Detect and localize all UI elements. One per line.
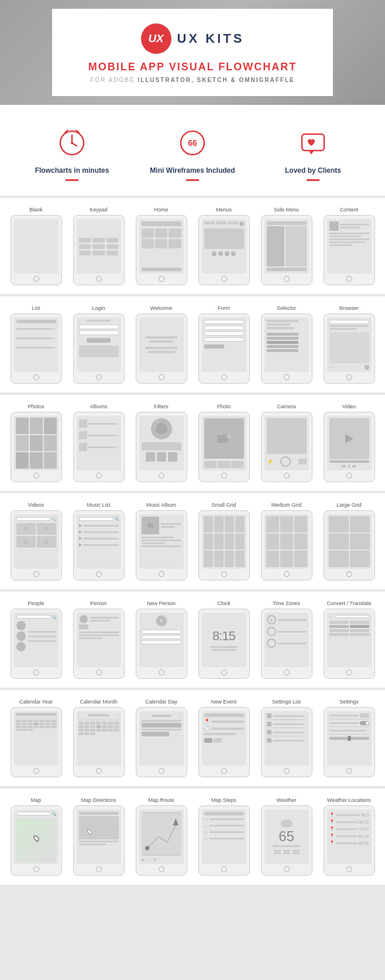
phone-card-timezones: Time Zones (257, 600, 315, 679)
phone-frame (73, 215, 125, 285)
all-screen-sections: Blank Keypad (0, 198, 385, 885)
phone-frame (261, 215, 312, 285)
features-section: Flowcharts in minutes 66 Mini Wireframes… (0, 105, 385, 196)
phone-card-largegrid: Large Grid (320, 502, 378, 581)
phone-card-settings: Settings › (320, 699, 378, 777)
phone-card-settingslist: Settings List › › (257, 699, 315, 777)
header-section: UX UX KITS MOBILE APP VISUAL FLOWCHART F… (0, 0, 385, 105)
phone-card-calendarday: Calendar Day ‹ › (132, 699, 190, 777)
phone-card-albums: Albums › › (70, 404, 128, 482)
screen-row-2: List › › › (0, 296, 385, 392)
phone-card-content: Content (320, 207, 378, 285)
feature-loved-label: Loved by Clients (256, 166, 370, 175)
phone-card-clock: Clock 8:15 (195, 600, 253, 679)
feature-flowcharts: Flowcharts in minutes (12, 125, 132, 181)
phone-label-blank: Blank (29, 207, 43, 213)
phone-card-newperson: New Person + (132, 600, 190, 679)
feature-flowcharts-label: Flowcharts in minutes (15, 166, 129, 175)
phone-card-video: Video ⏮ ⏸ ⏭ (320, 404, 378, 482)
screen-row-6: Calendar Year (0, 690, 385, 786)
phone-card-photos: Photos (7, 404, 65, 482)
sub-title-prefix: FOR ADOBE (90, 77, 138, 83)
brand-name: UX KITS (177, 31, 245, 46)
phone-frame (136, 215, 187, 285)
sub-title-apps: ILLUSTRATOR, SKETCH & OMNIGRAFFLE (138, 77, 294, 83)
phone-card-calendaryear: Calendar Year (7, 699, 65, 777)
screen-row-4: Videos 🔍 (0, 493, 385, 589)
logo-area: UX UX KITS (81, 23, 304, 54)
screen-row-3: Photos (0, 395, 385, 491)
feature-flowcharts-dash (66, 179, 78, 181)
phone-card-videos: Videos 🔍 (7, 502, 65, 581)
phone-card-photo: Photo (195, 404, 253, 482)
feature-loved-dash (307, 179, 319, 181)
phone-card-camera: Camera ⚡ (257, 404, 315, 482)
phone-card-smallgrid: Small Grid (195, 502, 253, 581)
svg-point-5 (71, 142, 73, 144)
svg-text:66: 66 (188, 138, 197, 148)
feature-loved: Loved by Clients (253, 125, 373, 181)
phone-card-people: People 🔍 (7, 600, 65, 679)
phone-frame (11, 215, 62, 285)
phone-card-selector: Selector (257, 305, 315, 384)
sub-title: FOR ADOBE ILLUSTRATOR, SKETCH & OMNIGRAF… (81, 77, 304, 83)
svg-point-13 (145, 846, 149, 851)
phone-card-weatherlocations: Weather Locations 📍 64.5 📍 38.23 (320, 797, 378, 876)
feature-wireframes-dash (186, 179, 199, 181)
phone-card-browser: Browser ‹ › (320, 305, 378, 384)
phone-card-musicalbum: Music Album (132, 502, 190, 581)
phone-card-musiclist: Music List 🔍 ▶ ▶ (70, 502, 128, 581)
phone-card-menus: Menus (195, 207, 253, 285)
phone-card-map: Map 🔍 (7, 797, 65, 876)
phone-card-convert: Convert / Translate ← (320, 600, 378, 679)
header-inner: UX UX KITS MOBILE APP VISUAL FLOWCHART F… (52, 9, 333, 96)
phone-card-weather: Weather 65 (257, 797, 315, 876)
phone-label-home: Home (154, 207, 168, 213)
logo-circle: UX (141, 23, 171, 54)
phone-frame (324, 215, 375, 285)
heart-chat-icon (295, 125, 331, 161)
screen-row-1: Blank Keypad (0, 198, 385, 294)
phone-card-filters: Filters (132, 404, 190, 482)
phone-card-keypad: Keypad (70, 207, 128, 285)
phone-card-home: Home (132, 207, 190, 285)
phone-label-sidemenu: Side Menu (274, 207, 299, 213)
phone-card-calendarmonth: Calendar Month ‹ › (70, 699, 128, 777)
phone-label-content: Content (340, 207, 359, 213)
clock-icon (54, 125, 90, 161)
phone-label-menus: Menus (216, 207, 232, 213)
feature-wireframes: 66 Mini Wireframes Included (132, 125, 253, 181)
phone-card-mediumgrid: Medium Grid (257, 502, 315, 581)
phone-card-blank: Blank (7, 207, 65, 285)
phone-frame (198, 215, 250, 285)
number-badge-icon: 66 (175, 125, 210, 161)
phone-card-mapdirections: Map Directions (70, 797, 128, 876)
phone-card-sidemenu: Side Menu (257, 207, 315, 285)
screen-row-7: Map 🔍 M (0, 788, 385, 885)
phone-card-person: Person (70, 600, 128, 679)
phone-card-newevent: New Event 📍 🕐 (195, 699, 253, 777)
screen-row-5: People 🔍 (0, 592, 385, 688)
main-title: MOBILE APP VISUAL FLOWCHART (81, 61, 304, 73)
phone-card-welcome: Welcome (132, 305, 190, 384)
logo-letters: UX (148, 32, 163, 45)
phone-card-list: List › › › (7, 305, 65, 384)
phone-card-mapsteps: Map Steps → → → (195, 797, 253, 876)
phone-card-login: Login (70, 305, 128, 384)
phone-label-keypad: Keypad (90, 207, 108, 213)
phone-card-form: Form (195, 305, 253, 384)
phone-card-maproute: Map Route (132, 797, 190, 876)
feature-wireframes-label: Mini Wireframes Included (135, 166, 250, 175)
